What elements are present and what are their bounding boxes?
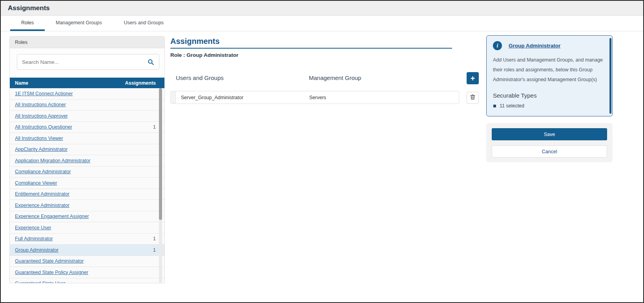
role-assignments-count: 1: [153, 247, 156, 253]
roles-scrollbar-thumb[interactable]: [159, 88, 162, 220]
role-row[interactable]: 1E ITSM Connect Actioner: [10, 88, 164, 100]
search-box: [17, 54, 159, 70]
role-link[interactable]: Compliance Viewer: [15, 180, 57, 186]
securable-types-label: Securable Types: [493, 92, 536, 99]
roles-table-header: Name Assignments: [10, 78, 164, 88]
roles-panel-title: Roles: [10, 36, 164, 48]
column-header-assignments: Assignments: [125, 80, 156, 86]
role-link[interactable]: All Instructions Approver: [15, 113, 68, 119]
role-link[interactable]: Compliance Administrator: [15, 169, 71, 174]
role-link[interactable]: Application Migration Administrator: [15, 158, 90, 163]
role-link[interactable]: Guaranteed State Administrator: [15, 258, 84, 264]
role-row[interactable]: All Instructions Viewer: [10, 133, 164, 144]
tab-management-groups[interactable]: Management Groups: [45, 16, 113, 31]
titlebar: Assignments: [1, 1, 643, 16]
role-row[interactable]: Guaranteed State Policy Assigner: [10, 267, 164, 278]
tab-users-and-groups[interactable]: Users and Groups: [113, 16, 174, 31]
role-row[interactable]: All Instructions Approver: [10, 111, 164, 122]
tab-bar: Roles Management Groups Users and Groups: [1, 16, 643, 31]
role-row[interactable]: All Instructions Questioner 1: [10, 122, 164, 133]
plus-icon: +: [471, 74, 475, 82]
role-row[interactable]: Entitlement Administrator: [10, 189, 164, 200]
page-title: Assignments: [8, 4, 50, 12]
cancel-button[interactable]: Cancel: [492, 145, 607, 158]
role-row[interactable]: Experience Engagement Assigner: [10, 211, 164, 223]
delete-assignment-button[interactable]: [467, 92, 479, 104]
roles-scrollbar-track[interactable]: [159, 88, 162, 283]
trash-icon: [469, 94, 476, 102]
search-input[interactable]: [17, 59, 142, 65]
role-info-link[interactable]: Group Administrator: [509, 43, 560, 49]
column-label-users-and-groups: Users and Groups: [176, 74, 224, 81]
info-icon: i: [493, 41, 502, 50]
role-link[interactable]: Group Administrator: [15, 247, 58, 253]
assignment-row: Server_Group_Administrator Servers: [170, 91, 459, 104]
role-row[interactable]: Experience User: [10, 222, 164, 234]
role-link[interactable]: Experience Engagement Assigner: [15, 214, 89, 219]
role-row[interactable]: Guaranteed State Administrator: [10, 256, 164, 267]
role-row[interactable]: Group Administrator 1: [10, 245, 164, 256]
search-icon[interactable]: [142, 54, 159, 69]
info-panel-scrollbar[interactable]: [609, 38, 611, 114]
role-link[interactable]: Guaranteed State User: [15, 281, 66, 283]
app-window: Assignments Roles Management Groups User…: [0, 0, 644, 303]
role-row[interactable]: Application Migration Administrator: [10, 155, 164, 167]
role-link[interactable]: AppClarity Administrator: [15, 147, 68, 152]
role-link[interactable]: 1E ITSM Connect Actioner: [15, 91, 73, 96]
role-link[interactable]: Guaranteed State Policy Assigner: [15, 270, 88, 275]
save-button[interactable]: Save: [492, 128, 607, 140]
role-row[interactable]: Guaranteed State User: [10, 278, 164, 284]
column-label-management-group: Management Group: [309, 74, 361, 81]
roles-list: 1E ITSM Connect Actioner All Instruction…: [10, 88, 164, 283]
roles-panel: Roles Name Assignments 1E ITSM Connect A…: [9, 36, 165, 283]
actions-panel: Save Cancel: [486, 123, 613, 162]
role-row[interactable]: All Instructions Actioner: [10, 100, 164, 111]
role-info-panel: i Group Administrator Add Users and Mana…: [486, 35, 613, 116]
row-drag-handle[interactable]: [171, 91, 176, 103]
role-link[interactable]: Experience User: [15, 225, 51, 230]
role-link[interactable]: All Instructions Actioner: [15, 102, 66, 107]
add-assignment-button[interactable]: +: [467, 72, 479, 84]
role-description: Add Users and Management Groups, and man…: [493, 55, 604, 85]
role-row[interactable]: Compliance Viewer: [10, 178, 164, 189]
column-header-name: Name: [15, 80, 28, 86]
main-heading: Assignments: [170, 37, 220, 46]
role-row[interactable]: AppClarity Administrator: [10, 144, 164, 156]
role-row[interactable]: Compliance Administrator: [10, 167, 164, 178]
role-assignments-count: 1: [153, 236, 156, 241]
assignment-user-group: Server_Group_Administrator: [181, 91, 243, 103]
role-link[interactable]: Full Administrator: [15, 236, 53, 241]
role-link[interactable]: All Instructions Questioner: [15, 124, 72, 130]
role-link[interactable]: All Instructions Viewer: [15, 136, 63, 141]
bullet-square-icon: [493, 105, 496, 107]
role-row[interactable]: Full Administrator 1: [10, 234, 164, 245]
role-link[interactable]: Entitlement Administrator: [15, 191, 69, 197]
securable-types-value: 11 selected: [500, 103, 524, 109]
role-row[interactable]: Experience Administrator: [10, 200, 164, 211]
securable-types-row: 11 selected: [493, 103, 524, 109]
role-assignments-count: 1: [153, 124, 156, 130]
tab-roles[interactable]: Roles: [10, 16, 45, 31]
heading-rule: [170, 48, 452, 49]
search-area: [10, 48, 164, 78]
role-link[interactable]: Experience Administrator: [15, 203, 69, 208]
info-panel-header: i Group Administrator: [493, 41, 560, 50]
assignment-management-group: Servers: [309, 91, 326, 103]
selected-role-label: Role : Group Administrator: [170, 52, 239, 58]
